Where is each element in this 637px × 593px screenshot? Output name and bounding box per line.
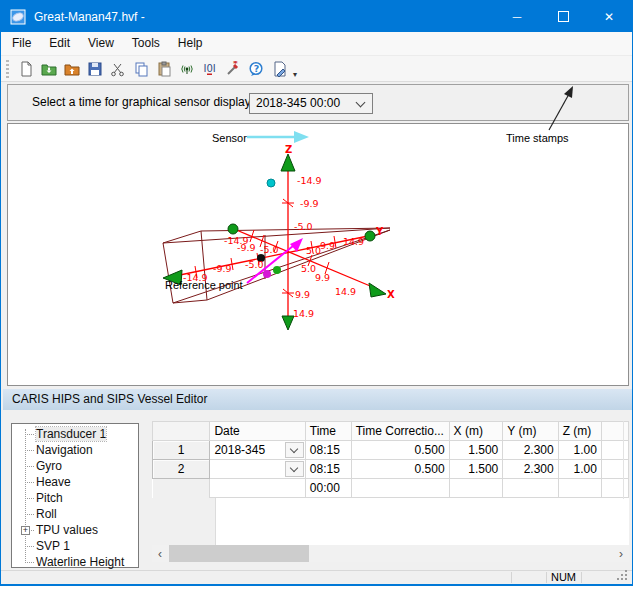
menu-bar: File Edit View Tools Help — [1, 32, 632, 56]
column-header-date[interactable]: Date — [210, 422, 305, 441]
toolbar: I0I * ? ▾ — [1, 56, 632, 82]
date-dropdown-button[interactable] — [285, 461, 304, 477]
minimize-button[interactable]: ─ — [494, 1, 540, 32]
row-number-cell[interactable]: 1 — [153, 441, 210, 460]
paste-icon[interactable] — [152, 58, 175, 80]
tree-item-waterline-height[interactable]: Waterline Height — [12, 554, 138, 570]
table-viewport: Date Time Time Correctio... X (m) Y (m) … — [152, 421, 629, 519]
y-cell[interactable] — [503, 479, 558, 498]
chevron-down-icon — [290, 463, 298, 471]
tree-item-heave[interactable]: Heave — [12, 474, 138, 490]
date-cell[interactable] — [210, 479, 305, 498]
column-divider — [623, 421, 624, 499]
column-header-y[interactable]: Y (m) — [503, 422, 558, 441]
help-icon[interactable]: ? — [244, 58, 267, 80]
svg-text:*: * — [233, 61, 238, 69]
row-header-column — [152, 498, 216, 545]
time-correction-cell[interactable]: 0.500 — [351, 460, 449, 479]
tree-item-navigation[interactable]: Navigation — [12, 442, 138, 458]
svg-text:?: ? — [253, 63, 259, 74]
num-lock-indicator: NUM — [546, 571, 581, 584]
window-title: Great-Manan47.hvf - — [34, 10, 145, 24]
table-row: 1 2018-345 08:15 0.500 1.500 2.300 1.00 — [153, 441, 629, 460]
z-cell[interactable] — [558, 479, 601, 498]
new-document-icon[interactable] — [14, 58, 37, 80]
scroll-right-arrow[interactable]: › — [613, 545, 629, 562]
app-window: Great-Manan47.hvf - ─ ✕ File Edit View T… — [0, 0, 633, 586]
title-bar[interactable]: Great-Manan47.hvf - ─ ✕ — [1, 1, 632, 32]
editor-title: CARIS HIPS and SIPS Vessel Editor — [12, 392, 207, 406]
scroll-left-arrow[interactable]: ‹ — [152, 545, 168, 562]
edit-notes-icon[interactable] — [267, 58, 290, 80]
x-cell[interactable]: 1.500 — [449, 460, 503, 479]
menu-help[interactable]: Help — [169, 32, 212, 55]
time-select-panel: Select a time for graphical sensor displ… — [7, 84, 629, 121]
horizontal-scrollbar[interactable]: ‹ › — [152, 545, 629, 562]
date-dropdown-button[interactable] — [285, 442, 304, 458]
time-cell[interactable]: 08:15 — [305, 441, 351, 460]
sensor-3d-view[interactable] — [7, 123, 629, 386]
combobox-value: 2018-345 00:00 — [256, 96, 340, 110]
sensor-tree: Transducer 1 Navigation Gyro Heave Pitch… — [11, 423, 139, 568]
tree-item-transducer-1[interactable]: Transducer 1 — [12, 426, 138, 442]
table-row: 00:00 — [153, 479, 629, 498]
date-cell[interactable] — [210, 460, 305, 479]
date-cell[interactable]: 2018-345 — [210, 441, 305, 460]
time-correction-cell[interactable]: 0.500 — [351, 441, 449, 460]
broadcast-sensor-icon[interactable] — [175, 58, 198, 80]
chevron-down-icon — [290, 444, 298, 452]
time-correction-cell[interactable] — [351, 479, 449, 498]
toolbar-grip[interactable] — [6, 60, 9, 78]
column-header-rownum[interactable] — [153, 422, 210, 441]
y-cell[interactable]: 2.300 — [503, 441, 558, 460]
cut-icon[interactable] — [106, 58, 129, 80]
editor-title-bar: CARIS HIPS and SIPS Vessel Editor — [3, 389, 632, 410]
field-select-icon[interactable]: I0I — [198, 58, 221, 80]
import-data-icon[interactable] — [60, 58, 83, 80]
table-header-row: Date Time Time Correctio... X (m) Y (m) … — [153, 422, 629, 441]
svg-text:I0I: I0I — [203, 63, 215, 74]
x-cell[interactable]: 1.500 — [449, 441, 503, 460]
column-header-x[interactable]: X (m) — [449, 422, 503, 441]
menu-view[interactable]: View — [79, 32, 123, 55]
z-cell[interactable]: 1.00 — [558, 460, 601, 479]
open-project-icon[interactable] — [37, 58, 60, 80]
sensor-values-table: Date Time Time Correctio... X (m) Y (m) … — [152, 421, 629, 498]
y-cell[interactable]: 2.300 — [503, 460, 558, 479]
status-separator — [581, 572, 582, 583]
time-cell[interactable]: 00:00 — [305, 479, 351, 498]
app-icon — [10, 9, 26, 25]
maximize-icon — [558, 11, 569, 22]
menu-edit[interactable]: Edit — [40, 32, 79, 55]
tree-item-roll[interactable]: Roll — [12, 506, 138, 522]
close-button[interactable]: ✕ — [586, 1, 632, 32]
toolbar-overflow-icon[interactable]: ▾ — [293, 70, 297, 81]
chevron-down-icon — [356, 98, 366, 108]
tree-item-gyro[interactable]: Gyro — [12, 458, 138, 474]
menu-file[interactable]: File — [3, 32, 40, 55]
save-icon[interactable] — [83, 58, 106, 80]
copy-icon[interactable] — [129, 58, 152, 80]
tree-item-pitch[interactable]: Pitch — [12, 490, 138, 506]
time-cell[interactable]: 08:15 — [305, 460, 351, 479]
row-number-cell[interactable]: 2 — [153, 460, 210, 479]
column-header-z[interactable]: Z (m) — [558, 422, 601, 441]
row-number-cell[interactable] — [153, 479, 210, 498]
tree-item-tpu-values[interactable]: +TPU values — [12, 522, 138, 538]
status-bar: NUM — [1, 570, 632, 584]
time-select-combobox[interactable]: 2018-345 00:00 — [249, 93, 373, 114]
column-header-time[interactable]: Time — [305, 422, 351, 441]
table-row: 2 08:15 0.500 1.500 2.300 1.00 — [153, 460, 629, 479]
measure-pick-icon[interactable]: * — [221, 58, 244, 80]
z-cell[interactable]: 1.00 — [558, 441, 601, 460]
scrollbar-thumb[interactable] — [169, 545, 309, 562]
menu-tools[interactable]: Tools — [123, 32, 169, 55]
column-header-time-correction[interactable]: Time Correctio... — [351, 422, 449, 441]
status-separator — [511, 572, 512, 583]
x-cell[interactable] — [449, 479, 503, 498]
time-select-label: Select a time for graphical sensor displ… — [32, 95, 254, 109]
tree-item-svp-1[interactable]: SVP 1 — [12, 538, 138, 554]
maximize-button[interactable] — [540, 1, 586, 32]
tree-expand-icon[interactable]: + — [21, 526, 30, 535]
